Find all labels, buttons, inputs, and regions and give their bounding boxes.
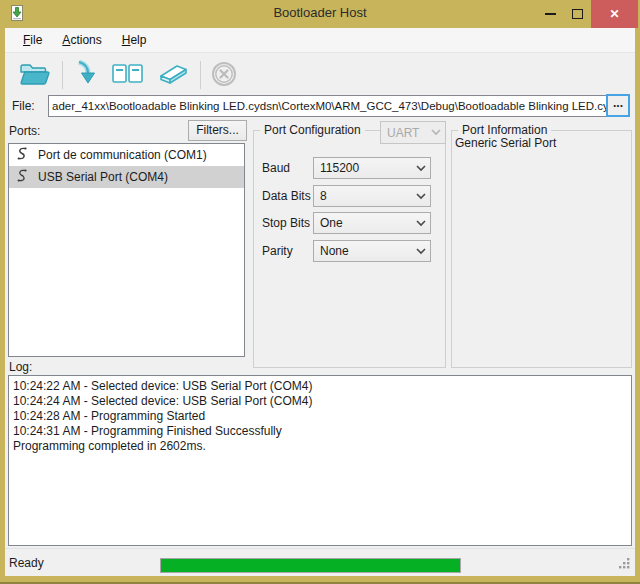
progress-bar-fill (161, 559, 460, 572)
erase-button[interactable] (153, 58, 193, 92)
menu-file[interactable]: File (13, 29, 52, 51)
menu-help[interactable]: Help (112, 29, 157, 51)
chevron-down-icon (427, 129, 445, 136)
serial-port-icon (14, 146, 29, 165)
serial-port-icon (14, 168, 29, 187)
abort-icon (210, 60, 238, 91)
browse-button[interactable]: ... (606, 94, 630, 117)
parity-select[interactable]: None (313, 240, 431, 262)
menu-actions[interactable]: Actions (52, 29, 111, 51)
filters-button[interactable]: Filters... (188, 120, 247, 141)
log-line: 10:24:28 AM - Programming Started (13, 409, 627, 424)
status-text: Ready (9, 556, 44, 570)
chevron-down-icon (412, 165, 430, 172)
port-list-item-com1[interactable]: Port de communication (COM1) (9, 144, 244, 166)
title-bar[interactable]: Bootloader Host ✕ (0, 0, 640, 28)
toolbar-separator (200, 61, 201, 89)
minimize-button[interactable] (537, 0, 563, 28)
stop-bits-select[interactable]: One (313, 212, 431, 234)
program-button[interactable] (69, 58, 103, 92)
log-output[interactable]: 10:24:22 AM - Selected device: USB Seria… (8, 375, 632, 546)
log-line: 10:24:22 AM - Selected device: USB Seria… (13, 379, 627, 394)
resize-grip-icon[interactable] (618, 557, 630, 572)
download-arrow-icon (72, 60, 100, 91)
baud-select[interactable]: 115200 (313, 157, 431, 179)
port-configuration-title: Port Configuration (260, 123, 365, 137)
verify-button[interactable] (107, 58, 149, 92)
log-label: Log: (9, 360, 32, 374)
close-icon: ✕ (609, 7, 619, 21)
data-bits-select[interactable]: 8 (313, 185, 431, 207)
menu-bar: File Actions Help (5, 28, 635, 53)
port-information-title: Port Information (458, 123, 551, 137)
toolbar (5, 54, 635, 96)
open-file-button[interactable] (15, 58, 55, 92)
log-line: Programming completed in 2602ms. (13, 439, 627, 454)
port-information-content: Generic Serial Port (455, 136, 556, 150)
ports-list: Port de communication (COM1) USB Serial … (8, 143, 245, 357)
chevron-down-icon (412, 193, 430, 200)
port-type-select[interactable]: UART (380, 121, 446, 144)
abort-button[interactable] (207, 58, 241, 92)
bootloader-host-window: { "window": { "title": "Bootloader Host"… (0, 0, 640, 584)
open-folder-icon (18, 60, 52, 91)
progress-bar (160, 558, 461, 573)
chevron-down-icon (412, 220, 430, 227)
log-line: 10:24:24 AM - Selected device: USB Seria… (13, 394, 627, 409)
baud-label: Baud (262, 161, 290, 175)
stop-bits-label: Stop Bits (262, 216, 310, 230)
maximize-icon (572, 9, 583, 19)
close-button[interactable]: ✕ (591, 0, 638, 28)
toolbar-separator (62, 61, 63, 89)
eraser-icon (156, 60, 190, 91)
maximize-button[interactable] (563, 0, 591, 28)
port-item-label: Port de communication (COM1) (38, 148, 207, 162)
file-path-input[interactable]: ader_41xx\Bootloadable Blinking LED.cyds… (48, 95, 608, 117)
port-list-item-com4[interactable]: USB Serial Port (COM4) (9, 166, 244, 188)
minimize-icon (545, 13, 556, 15)
port-item-label: USB Serial Port (COM4) (38, 170, 168, 184)
port-information-group: Port Information (451, 130, 632, 368)
copy-documents-icon (110, 60, 146, 91)
ports-label: Ports: (9, 124, 40, 138)
log-line: 10:24:31 AM - Programming Finished Succe… (13, 424, 627, 439)
file-label: File: (12, 99, 35, 113)
window-content: File Actions Help (5, 28, 635, 576)
status-bar: Ready (5, 548, 635, 576)
data-bits-label: Data Bits (262, 189, 311, 203)
chevron-down-icon (412, 248, 430, 255)
parity-label: Parity (262, 244, 293, 258)
